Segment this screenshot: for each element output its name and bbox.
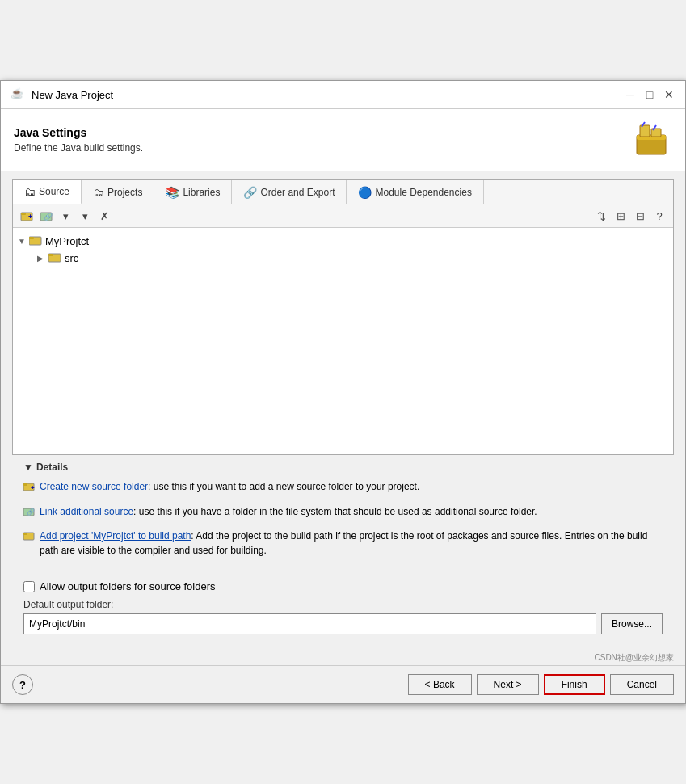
details-item-2: 🔗 Link additional source: use this if yo… (23, 504, 663, 521)
navigation-buttons: < Back Next > Finish Cancel (408, 674, 674, 695)
tab-order-export[interactable]: 🔗 Order and Export (232, 180, 347, 204)
header-subtitle: Define the Java build settings. (14, 142, 143, 154)
svg-text:+: + (31, 484, 35, 491)
toolbar-left: + 🔗 ▾ ▾ ✗ (18, 207, 113, 225)
details-item-3: Add project 'MyProjtct' to build path: A… (23, 529, 663, 558)
projects-tab-icon: 🗂 (93, 186, 104, 199)
remove-button[interactable]: ✗ (95, 207, 113, 225)
button-bar: ? < Back Next > Finish Cancel (1, 665, 685, 703)
tree-root-item[interactable]: ▼ MyProjtct (18, 233, 668, 250)
allow-output-checkbox[interactable] (23, 581, 35, 592)
svg-rect-2 (640, 125, 650, 137)
details-item-1-suffix: : use this if you want to add a new sour… (148, 481, 419, 492)
dialog-window: ☕ New Java Project ─ □ ✕ Java Settings D… (0, 80, 686, 704)
tree-area: ▼ MyProjtct ▶ src (13, 228, 673, 454)
expand-all-button[interactable]: ⊞ (612, 207, 629, 225)
filter-button-1[interactable]: ▾ (57, 207, 74, 225)
cancel-button[interactable]: Cancel (610, 674, 674, 695)
link-source-link[interactable]: Link additional source (40, 506, 133, 517)
window-icon: ☕ (11, 87, 25, 102)
create-source-link[interactable]: Create new source folder (40, 481, 148, 492)
details-expand-icon: ▼ (23, 462, 33, 473)
details-item-2-suffix: : use this if you have a folder in the f… (133, 506, 537, 517)
output-folder-row: Browse... (23, 613, 663, 634)
output-folder-label: Default output folder: (23, 599, 663, 610)
svg-rect-16 (23, 483, 27, 486)
source-toolbar: + 🔗 ▾ ▾ ✗ ⇅ ⊞ ⊟ ? (13, 204, 673, 228)
details-item-1-text: Create new source folder: use this if yo… (40, 479, 419, 494)
details-item-3-text: Add project 'MyProjtct' to build path: A… (40, 529, 663, 558)
link-source-button[interactable]: 🔗 (37, 207, 55, 225)
root-label: MyProjtct (45, 235, 89, 247)
tab-projects-label: Projects (107, 187, 142, 198)
help-toolbar-button[interactable]: ? (650, 207, 668, 225)
source-tab-icon: 🗂 (24, 185, 36, 198)
tabs-panel: 🗂 Source 🗂 Projects 📚 Libraries 🔗 Order … (12, 179, 674, 455)
close-button[interactable]: ✕ (663, 88, 675, 101)
sort-button[interactable]: ⇅ (592, 207, 610, 225)
watermark-text: CSDN社@业余幻想家 (1, 651, 685, 665)
allow-output-label: Allow output folders for source folders (40, 580, 216, 592)
title-bar: ☕ New Java Project ─ □ ✕ (1, 81, 685, 109)
header-icon (633, 120, 672, 159)
collapse-all-button[interactable]: ⊟ (631, 207, 649, 225)
create-source-icon: + (23, 480, 35, 496)
title-bar-left: ☕ New Java Project (11, 87, 113, 102)
link-source-icon: 🔗 (23, 505, 35, 521)
window-title: New Java Project (32, 89, 113, 101)
svg-text:🔗: 🔗 (27, 508, 35, 516)
src-folder-icon (48, 251, 61, 265)
svg-rect-21 (23, 533, 27, 535)
finish-button[interactable]: Finish (544, 674, 605, 695)
browse-button[interactable]: Browse... (601, 613, 663, 634)
add-build-path-link[interactable]: Add project 'MyProjtct' to build path (40, 530, 191, 542)
header-title: Java Settings (14, 126, 143, 139)
svg-text:🔗: 🔗 (44, 212, 53, 221)
tab-module-label: Module Dependencies (375, 187, 471, 198)
help-button[interactable]: ? (12, 674, 33, 695)
svg-text:+: + (28, 213, 32, 221)
maximize-button[interactable]: □ (643, 88, 656, 101)
svg-rect-14 (48, 254, 53, 256)
src-label: src (65, 252, 78, 264)
minimize-button[interactable]: ─ (624, 88, 637, 101)
root-expand-icon[interactable]: ▼ (18, 237, 29, 246)
module-tab-icon: 🔵 (358, 186, 372, 199)
details-title: ▼ Details (23, 462, 663, 473)
toolbar-right: ⇅ ⊞ ⊟ ? (592, 207, 668, 225)
svg-rect-7 (21, 213, 26, 215)
details-section: ▼ Details + Create new source folder: us… (12, 455, 674, 572)
next-button[interactable]: Next > (477, 674, 539, 695)
output-folder-input[interactable] (23, 613, 596, 634)
tab-module-deps[interactable]: 🔵 Module Dependencies (347, 180, 483, 204)
tree-children: ▶ src (18, 250, 668, 267)
root-folder-icon (29, 234, 42, 248)
tab-projects[interactable]: 🗂 Projects (82, 180, 154, 204)
tab-order-label: Order and Export (260, 187, 335, 198)
tab-libraries[interactable]: 📚 Libraries (154, 180, 232, 204)
header-area: Java Settings Define the Java build sett… (1, 109, 685, 171)
tab-source[interactable]: 🗂 Source (13, 180, 82, 204)
allow-output-row: Allow output folders for source folders (23, 580, 663, 592)
back-button[interactable]: < Back (408, 674, 472, 695)
svg-rect-12 (29, 237, 34, 239)
tab-libraries-label: Libraries (183, 187, 220, 198)
src-expand-icon[interactable]: ▶ (37, 254, 48, 263)
tabs-bar: 🗂 Source 🗂 Projects 📚 Libraries 🔗 Order … (13, 180, 673, 204)
details-item-1: + Create new source folder: use this if … (23, 479, 663, 496)
header-text: Java Settings Define the Java build sett… (14, 126, 143, 154)
bottom-options: Allow output folders for source folders … (12, 572, 674, 643)
tree-src-item[interactable]: ▶ src (37, 250, 668, 267)
details-item-2-text: Link additional source: use this if you … (40, 504, 537, 519)
tab-source-label: Source (39, 186, 69, 197)
title-controls: ─ □ ✕ (624, 88, 675, 101)
add-source-folder-button[interactable]: + (18, 207, 36, 225)
libraries-tab-icon: 📚 (166, 186, 179, 199)
add-build-path-icon (23, 529, 35, 546)
order-tab-icon: 🔗 (243, 186, 257, 199)
content-area: 🗂 Source 🗂 Projects 📚 Libraries 🔗 Order … (1, 171, 685, 651)
filter-button-2[interactable]: ▾ (76, 207, 94, 225)
details-title-label: Details (36, 462, 68, 473)
